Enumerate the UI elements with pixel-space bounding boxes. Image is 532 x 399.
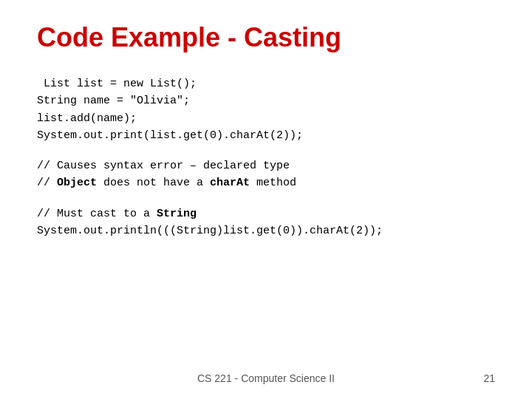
code-line: List list = new List();: [37, 75, 495, 92]
code-block: List list = new List(); String name = "O…: [37, 75, 495, 239]
bold-keyword: String: [157, 208, 197, 220]
code-line: System.out.println(((String)list.get(0))…: [37, 222, 495, 239]
code-line: // Object does not have a charAt method: [37, 174, 495, 191]
bold-keyword: Object: [57, 177, 97, 189]
slide-title: Code Example - Casting: [37, 22, 495, 53]
course-label: CS 221 - Computer Science II: [197, 372, 335, 384]
code-line: // Causes syntax error – declared type: [37, 157, 495, 174]
page-number: 21: [483, 372, 495, 384]
code-section-2: // Causes syntax error – declared type /…: [37, 157, 495, 192]
code-section-1: List list = new List(); String name = "O…: [37, 75, 495, 144]
bold-keyword: charAt: [210, 177, 250, 189]
code-line: String name = "Olivia";: [37, 92, 495, 109]
slide-footer: CS 221 - Computer Science II: [0, 372, 532, 384]
code-line: // Must cast to a String: [37, 205, 495, 222]
code-line: System.out.print(list.get(0).charAt(2));: [37, 127, 495, 144]
code-line: list.add(name);: [37, 110, 495, 127]
code-section-3: // Must cast to a String System.out.prin…: [37, 205, 495, 240]
slide: Code Example - Casting List list = new L…: [0, 0, 532, 399]
